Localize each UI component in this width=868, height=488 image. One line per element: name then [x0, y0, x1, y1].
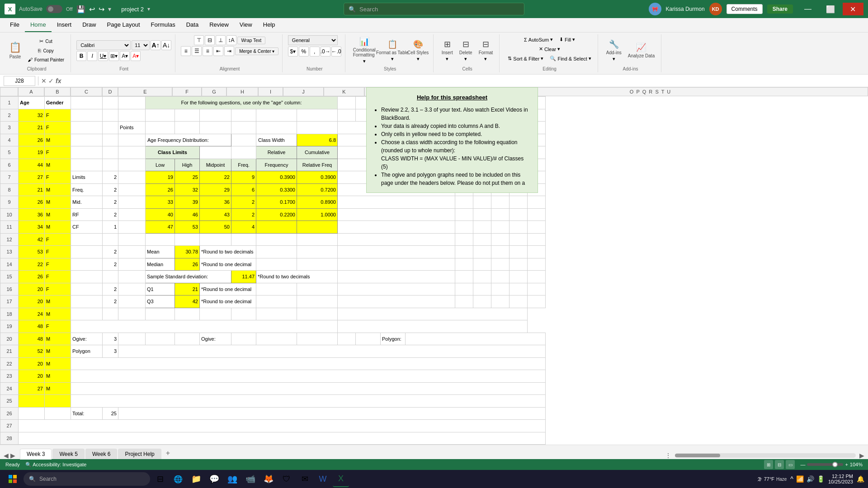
cell-Q14[interactable] [455, 258, 473, 271]
format-painter-button[interactable]: 🖌Format Painter [25, 56, 67, 64]
cell-U13[interactable] [528, 246, 546, 258]
cell-E1[interactable] [118, 97, 146, 109]
cell-G11[interactable]: 53 [175, 221, 200, 234]
cell-D7[interactable]: 2 [103, 171, 118, 184]
cell-J2[interactable] [256, 109, 297, 122]
cell-F11[interactable]: 47 [146, 221, 175, 234]
cell-T15[interactable] [509, 271, 528, 283]
clear-button[interactable]: ✕ Clear ▾ [536, 45, 563, 53]
cell-H14[interactable]: *Round to one decimal [200, 258, 256, 271]
cell-Q15[interactable] [455, 271, 473, 283]
cell-D8[interactable]: 2 [103, 183, 118, 196]
cell-C8[interactable]: Freq. [71, 183, 103, 196]
cell-B18[interactable]: M [45, 308, 71, 320]
formula-insert-icon[interactable]: fx [56, 77, 61, 84]
cell-T9[interactable] [509, 196, 528, 209]
tab-insert[interactable]: Insert [52, 18, 77, 32]
tab-project-help[interactable]: Project Help [118, 449, 161, 459]
cell-C3[interactable] [71, 122, 103, 134]
cell-Q16[interactable] [455, 283, 473, 296]
cell-D13[interactable]: 2 [103, 246, 118, 258]
cell-H9[interactable]: 36 [200, 196, 231, 209]
cell-F10[interactable]: 40 [146, 208, 175, 221]
zoom-in-button[interactable]: + [845, 462, 848, 467]
cell-L20[interactable] [338, 333, 356, 345]
cell-F14-median[interactable]: Median [146, 258, 175, 271]
cell-J16[interactable] [256, 283, 297, 296]
cell-H11[interactable]: 50 [200, 221, 231, 234]
cell-U17[interactable] [528, 296, 546, 308]
cell-J10[interactable]: 0.2200 [256, 208, 297, 221]
cell-S10[interactable] [491, 208, 509, 221]
tab-data[interactable]: Data [181, 18, 204, 32]
cell-F2[interactable] [146, 109, 175, 122]
cell-H5[interactable] [200, 146, 231, 159]
cell-T11[interactable] [509, 221, 528, 234]
cell-S13[interactable] [491, 246, 509, 258]
close-button[interactable]: ✕ [843, 3, 863, 15]
cell-B8[interactable]: M [45, 183, 71, 196]
cell-T10[interactable] [509, 208, 528, 221]
cell-D10[interactable]: 2 [103, 208, 118, 221]
cell-A3[interactable]: 21 [19, 122, 45, 134]
cell-R17[interactable] [473, 296, 491, 308]
cell-K16[interactable] [297, 283, 338, 296]
formula-input[interactable] [64, 76, 864, 86]
decrease-font-button[interactable]: A↓ [161, 40, 171, 50]
tab-help[interactable]: Help [258, 18, 281, 32]
cell-D14[interactable]: 2 [103, 258, 118, 271]
decrease-indent-button[interactable]: ⇤ [213, 46, 223, 56]
cell-T13[interactable] [509, 246, 528, 258]
cell-I11[interactable]: 4 [231, 221, 256, 234]
cell-Q10[interactable] [455, 208, 473, 221]
cell-styles-button[interactable]: 🎨 Cell Styles ▾ [407, 38, 429, 63]
cell-E7[interactable] [118, 171, 146, 184]
scroll-options-icon[interactable]: ⋮ [665, 452, 671, 459]
cell-A16[interactable]: 20 [19, 283, 45, 296]
page-layout-icon[interactable]: ▭ [786, 460, 795, 469]
cell-G18[interactable] [175, 308, 200, 320]
cell-U12[interactable] [528, 233, 546, 246]
cell-A13[interactable]: 53 [19, 246, 45, 258]
cell-R11[interactable] [473, 221, 491, 234]
border-button[interactable]: ⊞▾ [109, 51, 119, 61]
cell-E11[interactable] [118, 221, 146, 234]
horizontal-scrollbar[interactable] [675, 453, 856, 458]
col-header-B[interactable]: B [44, 87, 71, 96]
cell-J15[interactable]: *Round to two decimals [256, 271, 338, 283]
tab-view[interactable]: View [234, 18, 258, 32]
cell-C17[interactable] [71, 296, 103, 308]
wrap-text-button[interactable]: Wrap Text [237, 37, 266, 44]
cell-D3[interactable] [103, 122, 118, 134]
cell-F16-q1[interactable]: Q1 [146, 283, 175, 296]
fill-color-button[interactable]: A▾ [120, 51, 130, 61]
cell-C13[interactable] [71, 246, 103, 258]
bold-button[interactable]: B [76, 51, 86, 61]
cell-G9[interactable]: 39 [175, 196, 200, 209]
cell-K4-cwval[interactable]: 6.8 [297, 134, 338, 146]
cell-B9[interactable]: M [45, 196, 71, 209]
paste-button[interactable]: 📋 Paste [6, 40, 24, 61]
cell-F12[interactable] [146, 233, 175, 246]
taskbar-discord[interactable]: 💬 [206, 471, 222, 487]
cell-K11[interactable] [297, 221, 338, 234]
cell-C10[interactable]: RF [71, 208, 103, 221]
cell-U9[interactable] [528, 196, 546, 209]
redo-icon[interactable]: ↪ [99, 5, 104, 14]
cell-A26[interactable] [19, 407, 45, 420]
cell-I4[interactable] [231, 134, 256, 146]
cell-A23[interactable]: 20 [19, 370, 45, 383]
cell-I12[interactable] [231, 233, 256, 246]
share-button[interactable]: Share [767, 5, 793, 14]
cell-H8[interactable]: 29 [200, 183, 231, 196]
tab-file[interactable]: File [5, 18, 25, 32]
cell-E9[interactable] [118, 196, 146, 209]
increase-decimal-button[interactable]: .0→ [321, 47, 330, 56]
cell-I15[interactable]: 11.47 [231, 271, 256, 283]
cell-H18[interactable] [200, 308, 231, 320]
cell-F17-q3[interactable]: Q3 [146, 296, 175, 308]
taskbar-mail[interactable]: ✉ [297, 471, 313, 487]
cell-A5[interactable]: 19 [19, 146, 45, 159]
cell-F4-afd[interactable]: Age Frequency Distribution: [146, 134, 231, 146]
cell-S11[interactable] [491, 221, 509, 234]
